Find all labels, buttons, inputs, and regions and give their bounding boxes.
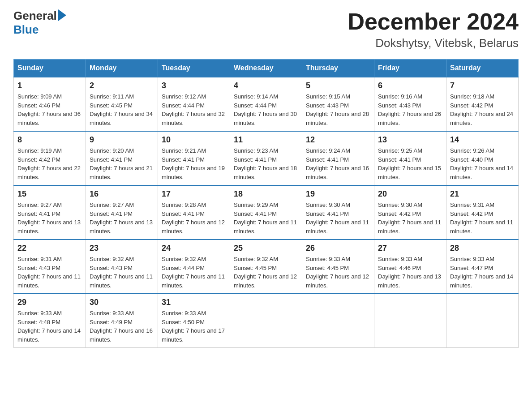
calendar-cell: 17 Sunrise: 9:28 AMSunset: 4:41 PMDaylig… <box>158 185 230 240</box>
day-number: 25 <box>234 244 298 253</box>
calendar-cell: 12 Sunrise: 9:24 AMSunset: 4:41 PMDaylig… <box>302 131 374 185</box>
day-info: Sunrise: 9:32 AMSunset: 4:44 PMDaylight:… <box>162 256 225 289</box>
day-number: 31 <box>162 298 226 307</box>
day-info: Sunrise: 9:12 AMSunset: 4:44 PMDaylight:… <box>162 93 225 126</box>
calendar-cell: 4 Sunrise: 9:14 AMSunset: 4:44 PMDayligh… <box>230 77 302 131</box>
day-number: 5 <box>306 81 370 90</box>
calendar-cell: 29 Sunrise: 9:33 AMSunset: 4:48 PMDaylig… <box>14 294 86 348</box>
weekday-header-saturday: Saturday <box>446 60 519 77</box>
calendar-cell: 18 Sunrise: 9:29 AMSunset: 4:41 PMDaylig… <box>230 185 302 240</box>
weekday-header-wednesday: Wednesday <box>230 60 302 77</box>
day-info: Sunrise: 9:14 AMSunset: 4:44 PMDaylight:… <box>234 93 297 126</box>
calendar-cell: 20 Sunrise: 9:30 AMSunset: 4:42 PMDaylig… <box>374 185 446 240</box>
calendar-cell <box>302 294 374 348</box>
day-info: Sunrise: 9:27 AMSunset: 4:41 PMDaylight:… <box>90 201 153 235</box>
calendar-cell <box>446 294 519 348</box>
calendar-cell: 25 Sunrise: 9:32 AMSunset: 4:45 PMDaylig… <box>230 240 302 294</box>
day-info: Sunrise: 9:30 AMSunset: 4:42 PMDaylight:… <box>378 201 441 235</box>
day-number: 14 <box>450 135 515 145</box>
calendar-cell: 30 Sunrise: 9:33 AMSunset: 4:49 PMDaylig… <box>86 294 158 348</box>
day-info: Sunrise: 9:11 AMSunset: 4:45 PMDaylight:… <box>90 93 153 126</box>
calendar-cell: 13 Sunrise: 9:25 AMSunset: 4:41 PMDaylig… <box>374 131 446 185</box>
day-info: Sunrise: 9:29 AMSunset: 4:41 PMDaylight:… <box>234 201 297 235</box>
day-number: 27 <box>378 244 442 253</box>
weekday-header-row: SundayMondayTuesdayWednesdayThursdayFrid… <box>14 60 519 77</box>
weekday-header-friday: Friday <box>374 60 446 77</box>
title-section: December 2024 Dokshytsy, Vitebsk, Belaru… <box>348 9 519 50</box>
day-info: Sunrise: 9:31 AMSunset: 4:43 PMDaylight:… <box>17 256 81 289</box>
calendar-cell: 8 Sunrise: 9:19 AMSunset: 4:42 PMDayligh… <box>14 131 86 185</box>
day-info: Sunrise: 9:32 AMSunset: 4:43 PMDaylight:… <box>90 256 153 289</box>
calendar-cell: 26 Sunrise: 9:33 AMSunset: 4:45 PMDaylig… <box>302 240 374 294</box>
day-info: Sunrise: 9:32 AMSunset: 4:45 PMDaylight:… <box>234 256 297 289</box>
calendar-cell: 24 Sunrise: 9:32 AMSunset: 4:44 PMDaylig… <box>158 240 230 294</box>
day-info: Sunrise: 9:33 AMSunset: 4:50 PMDaylight:… <box>162 310 225 343</box>
calendar-cell: 31 Sunrise: 9:33 AMSunset: 4:50 PMDaylig… <box>158 294 230 348</box>
day-info: Sunrise: 9:33 AMSunset: 4:49 PMDaylight:… <box>90 310 153 343</box>
day-info: Sunrise: 9:26 AMSunset: 4:40 PMDaylight:… <box>450 147 513 180</box>
day-info: Sunrise: 9:28 AMSunset: 4:41 PMDaylight:… <box>162 201 225 235</box>
day-number: 28 <box>450 244 515 253</box>
day-info: Sunrise: 9:15 AMSunset: 4:43 PMDaylight:… <box>306 93 369 126</box>
day-number: 15 <box>17 189 82 199</box>
day-number: 12 <box>306 135 370 145</box>
logo: General Blue <box>13 9 66 37</box>
day-number: 13 <box>378 135 442 145</box>
calendar-cell: 22 Sunrise: 9:31 AMSunset: 4:43 PMDaylig… <box>14 240 86 294</box>
day-number: 3 <box>162 81 226 90</box>
calendar-cell: 23 Sunrise: 9:32 AMSunset: 4:43 PMDaylig… <box>86 240 158 294</box>
calendar-week-row: 22 Sunrise: 9:31 AMSunset: 4:43 PMDaylig… <box>14 240 519 294</box>
day-number: 20 <box>378 189 442 199</box>
calendar-week-row: 1 Sunrise: 9:09 AMSunset: 4:46 PMDayligh… <box>14 77 519 131</box>
calendar-cell: 2 Sunrise: 9:11 AMSunset: 4:45 PMDayligh… <box>86 77 158 131</box>
day-number: 22 <box>17 244 82 253</box>
day-info: Sunrise: 9:16 AMSunset: 4:43 PMDaylight:… <box>378 93 441 126</box>
day-number: 8 <box>17 135 82 145</box>
day-info: Sunrise: 9:20 AMSunset: 4:41 PMDaylight:… <box>90 147 153 180</box>
day-number: 9 <box>90 135 154 145</box>
day-info: Sunrise: 9:25 AMSunset: 4:41 PMDaylight:… <box>378 147 441 180</box>
calendar-week-row: 15 Sunrise: 9:27 AMSunset: 4:41 PMDaylig… <box>14 185 519 240</box>
logo-general: General <box>13 9 57 23</box>
day-number: 26 <box>306 244 370 253</box>
day-number: 18 <box>234 189 298 199</box>
day-info: Sunrise: 9:27 AMSunset: 4:41 PMDaylight:… <box>17 201 81 235</box>
weekday-header-tuesday: Tuesday <box>158 60 230 77</box>
day-number: 19 <box>306 189 370 199</box>
calendar-cell: 28 Sunrise: 9:33 AMSunset: 4:47 PMDaylig… <box>446 240 519 294</box>
calendar-cell: 11 Sunrise: 9:23 AMSunset: 4:41 PMDaylig… <box>230 131 302 185</box>
day-number: 17 <box>162 189 226 199</box>
day-info: Sunrise: 9:21 AMSunset: 4:41 PMDaylight:… <box>162 147 225 180</box>
day-number: 30 <box>90 298 154 307</box>
day-info: Sunrise: 9:33 AMSunset: 4:47 PMDaylight:… <box>450 256 513 289</box>
day-info: Sunrise: 9:19 AMSunset: 4:42 PMDaylight:… <box>17 147 81 180</box>
day-info: Sunrise: 9:31 AMSunset: 4:42 PMDaylight:… <box>450 201 513 235</box>
day-info: Sunrise: 9:33 AMSunset: 4:46 PMDaylight:… <box>378 256 441 289</box>
day-info: Sunrise: 9:33 AMSunset: 4:48 PMDaylight:… <box>17 310 81 343</box>
page-header: General Blue December 2024 Dokshytsy, Vi… <box>13 9 519 50</box>
calendar-cell: 10 Sunrise: 9:21 AMSunset: 4:41 PMDaylig… <box>158 131 230 185</box>
day-number: 1 <box>17 81 82 90</box>
day-number: 10 <box>162 135 226 145</box>
weekday-header-sunday: Sunday <box>14 60 86 77</box>
day-number: 23 <box>90 244 154 253</box>
calendar-cell: 6 Sunrise: 9:16 AMSunset: 4:43 PMDayligh… <box>374 77 446 131</box>
calendar-table: SundayMondayTuesdayWednesdayThursdayFrid… <box>13 59 519 348</box>
day-number: 16 <box>90 189 154 199</box>
day-number: 24 <box>162 244 226 253</box>
day-info: Sunrise: 9:09 AMSunset: 4:46 PMDaylight:… <box>17 93 81 126</box>
calendar-week-row: 8 Sunrise: 9:19 AMSunset: 4:42 PMDayligh… <box>14 131 519 185</box>
day-info: Sunrise: 9:30 AMSunset: 4:41 PMDaylight:… <box>306 201 369 235</box>
day-number: 21 <box>450 189 515 199</box>
day-info: Sunrise: 9:33 AMSunset: 4:45 PMDaylight:… <box>306 256 369 289</box>
calendar-cell: 27 Sunrise: 9:33 AMSunset: 4:46 PMDaylig… <box>374 240 446 294</box>
day-info: Sunrise: 9:24 AMSunset: 4:41 PMDaylight:… <box>306 147 369 180</box>
logo-arrow-icon <box>58 9 66 21</box>
weekday-header-monday: Monday <box>86 60 158 77</box>
calendar-cell: 3 Sunrise: 9:12 AMSunset: 4:44 PMDayligh… <box>158 77 230 131</box>
calendar-cell: 21 Sunrise: 9:31 AMSunset: 4:42 PMDaylig… <box>446 185 519 240</box>
month-title: December 2024 <box>348 9 519 34</box>
calendar-cell: 9 Sunrise: 9:20 AMSunset: 4:41 PMDayligh… <box>86 131 158 185</box>
day-number: 7 <box>450 81 515 90</box>
calendar-cell: 16 Sunrise: 9:27 AMSunset: 4:41 PMDaylig… <box>86 185 158 240</box>
